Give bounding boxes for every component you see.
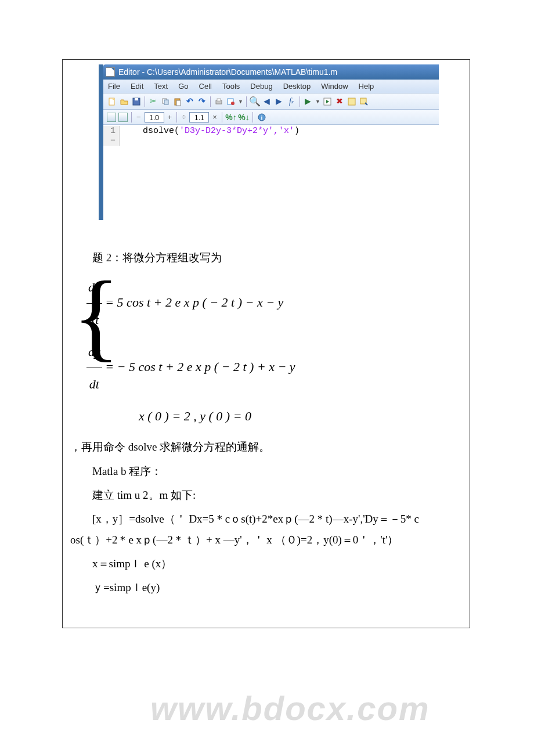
paste-icon[interactable] [172,96,183,107]
breakpoint-icon[interactable] [226,96,236,107]
back-icon[interactable]: ◀ [262,96,272,107]
fx-icon[interactable]: fx [286,96,297,107]
divide-label: ÷ [181,113,187,121]
menu-debug[interactable]: Debug [250,82,272,91]
svg-rect-6 [176,100,181,106]
redo-icon[interactable]: ↷ [197,96,207,107]
menu-desktop[interactable]: Desktop [283,82,311,91]
info-icon[interactable]: i [257,112,267,123]
separator [210,96,211,107]
run-cell-icon[interactable] [322,96,333,107]
percent-up-icon[interactable]: %↑ [226,112,236,123]
code-line-1: dsolve('D3y-D2y-3*Dy+2*y','x') [120,126,300,146]
equation-3: x ( 0 ) = 2 , y ( 0 ) = 0 [86,400,462,432]
separator [246,96,247,107]
menu-help[interactable]: Help [359,82,374,91]
code-area[interactable]: 1 − dsolve('D3y-D2y-3*Dy+2*y','x') [103,125,439,146]
run-icon[interactable]: ▶ [303,96,313,107]
eval-cell-icon[interactable] [347,96,357,107]
cell-minus-icon[interactable] [118,113,128,122]
increment-value-1[interactable]: 1.0 [145,112,164,123]
percent-down-icon[interactable]: %↓ [239,112,249,123]
open-icon[interactable] [119,96,129,107]
code-simple-x: x＝simpｌ e (x） [70,555,462,573]
paragraph-filename: 建立 tim u 2。m 如下: [70,486,462,504]
code-string: 'D3y-D2y-3*Dy+2*y','x' [179,126,294,136]
watermark: www.bdocx.com [150,666,430,750]
menu-text[interactable]: Text [154,82,168,91]
line-gutter: 1 − [103,126,120,146]
paragraph-matlab: Matla b 程序： [70,462,462,480]
eval-advance-icon[interactable] [359,96,369,107]
fraction-2: dy dt [86,336,102,400]
separator [176,112,177,123]
minus-label: − [135,113,142,121]
svg-rect-8 [217,99,221,101]
print-icon[interactable] [214,96,224,107]
svg-rect-4 [164,100,168,105]
separator [300,96,300,107]
code-text: dsolve( [143,126,179,136]
save-icon[interactable] [131,96,142,107]
menu-tools[interactable]: Tools [222,82,240,91]
eq2-numerator: dy [86,336,102,368]
document-icon [106,67,115,77]
document-body: 题 2：将微分方程组改写为 { dx xt = 5 cos t + 2 e x … [62,249,470,603]
undo-icon[interactable]: ↶ [185,96,195,107]
find-icon[interactable]: 🔍 [250,96,260,107]
menu-file[interactable]: File [108,82,120,91]
menu-go[interactable]: Go [178,82,188,91]
equation-2: www.bdocx.com dy dt = − 5 cos t + 2 e x … [86,336,462,400]
eq1-rhs: = 5 cos t + 2 e x p ( − 2 t ) − x − y [105,295,283,309]
dropdown-arrow-icon[interactable]: ▼ [315,99,320,105]
equation-system: { dx xt = 5 cos t + 2 e x p ( − 2 t ) − … [86,271,462,432]
question-2-label: 题 2：将微分方程组改写为 [70,249,462,267]
svg-point-10 [231,102,234,105]
equation-1: dx xt = 5 cos t + 2 e x p ( − 2 t ) − x … [86,271,462,336]
code-line-b: os(ｔ）+2＊e xｐ(—2＊ｔ）+ x —y'，＇ x （０)=2，y(0)… [70,531,462,549]
matlab-editor-window: Editor - C:\Users\Administrator\Document… [99,64,439,220]
new-file-icon[interactable] [107,96,117,107]
separator [222,112,222,123]
toolbar-main: ✂ ↶ ↷ ▼ 🔍 ◀ ▶ fx ▶ ▼ ✖ [103,93,439,110]
menu-edit[interactable]: Edit [131,82,143,91]
menu-bar: File Edit Text Go Cell Tools Debug Deskt… [103,80,439,93]
forward-icon[interactable]: ▶ [274,96,284,107]
window-title: Editor - C:\Users\Administrator\Document… [118,67,337,77]
menu-cell[interactable]: Cell [199,82,212,91]
eq2-rhs: = − 5 cos t + 2 e x p ( − 2 t ) + x − y [105,359,295,374]
paragraph-dsolve: ，再用命令 dsolve 求解微分方程的通解。 [70,438,462,456]
titlebar: Editor - C:\Users\Administrator\Document… [103,64,439,80]
separator [131,112,132,123]
times-label: × [211,113,218,121]
increment-value-2[interactable]: 1.1 [189,112,209,123]
eq2-denominator: dt [86,368,102,400]
copy-icon[interactable] [160,96,171,107]
code-line-a: [x，y］=dsolve（＇ Dx=5＊cｏs(t)+2*exｐ(—2＊t)—x… [70,510,462,528]
separator [145,96,145,107]
code-simple-y: ｙ=simpｌe(y) [70,578,462,596]
stop-icon[interactable]: ✖ [334,96,345,107]
cell-plus-icon[interactable] [107,113,116,122]
svg-rect-12 [348,98,355,105]
toolbar-cell: − 1.0 + ÷ 1.1 × %↑ %↓ i [103,110,439,125]
svg-rect-2 [135,98,138,100]
separator [252,112,253,123]
svg-text:i: i [261,114,263,121]
code-close: ) [294,126,300,136]
menu-window[interactable]: Window [321,82,348,91]
dropdown-arrow-icon[interactable]: ▼ [238,99,243,105]
cut-icon[interactable]: ✂ [148,96,158,107]
plus-label: + [167,113,174,121]
